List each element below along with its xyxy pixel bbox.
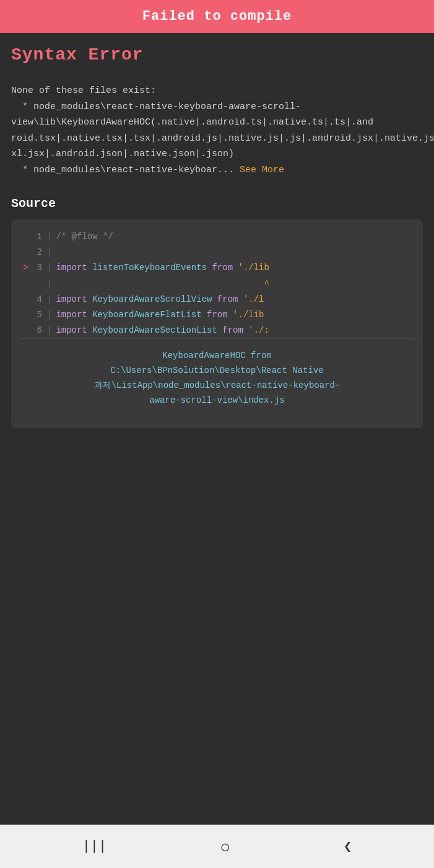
line-arrow-4 xyxy=(17,292,28,307)
line-number-6: 6 xyxy=(28,323,42,338)
line-arrow-caret xyxy=(17,276,28,292)
line-content-1: /* @flow */ xyxy=(56,229,113,245)
resolve-text: KeyboardAwareHOC from C:\Users\BPnSoluti… xyxy=(30,349,404,408)
main-content: Syntax Error None of these files exist: … xyxy=(0,33,434,825)
line-content-5: import KeyboardAwareFlatList from './lib xyxy=(56,307,264,323)
source-label: Source xyxy=(11,196,423,211)
line-arrow-1 xyxy=(17,229,28,245)
line-number-5: 5 xyxy=(28,307,42,323)
line-arrow-2 xyxy=(17,245,28,260)
code-line-2: 2 | xyxy=(17,245,417,260)
home-icon[interactable]: ◯ xyxy=(222,839,229,854)
error-description: None of these files exist: * node_module… xyxy=(11,83,423,178)
line-arrow-6 xyxy=(17,323,28,338)
nav-bar: ||| ◯ ❮ xyxy=(0,825,434,868)
top-bar-title: Failed to compile xyxy=(142,9,292,24)
code-line-4: 4 | import KeyboardAwareScrollView from … xyxy=(17,292,417,307)
menu-icon[interactable]: ||| xyxy=(82,839,107,854)
line-number-2: 2 xyxy=(28,245,42,260)
line-arrow-5 xyxy=(17,307,28,323)
code-line-caret: | ^ xyxy=(17,276,417,292)
line-content-6: import KeyboardAwareSectionList from './… xyxy=(56,323,269,338)
code-line-3: > 3 | import listenToKeyboardEvents from… xyxy=(17,260,417,276)
line-number-3: 3 xyxy=(28,260,42,276)
line-arrow-3: > xyxy=(17,260,28,276)
top-bar: Failed to compile xyxy=(0,0,434,33)
line-number-1: 1 xyxy=(28,229,42,245)
code-block: 1 | /* @flow */ 2 | > 3 | import listenT… xyxy=(11,219,423,428)
code-line-6: 6 | import KeyboardAwareSectionList from… xyxy=(17,323,417,338)
see-more-link[interactable]: See More xyxy=(240,165,284,175)
line-content-caret: ^ xyxy=(56,276,269,292)
back-icon[interactable]: ❮ xyxy=(344,838,352,855)
resolve-block: KeyboardAwareHOC from C:\Users\BPnSoluti… xyxy=(17,338,417,418)
line-number-caret xyxy=(28,276,42,292)
line-content-2 xyxy=(56,245,61,260)
syntax-error-title: Syntax Error xyxy=(11,45,423,64)
line-number-4: 4 xyxy=(28,292,42,307)
line-content-3: import listenToKeyboardEvents from './li… xyxy=(56,260,269,276)
code-line-5: 5 | import KeyboardAwareFlatList from '.… xyxy=(17,307,417,323)
line-content-4: import KeyboardAwareScrollView from './l xyxy=(56,292,264,307)
code-line-1: 1 | /* @flow */ xyxy=(17,229,417,245)
